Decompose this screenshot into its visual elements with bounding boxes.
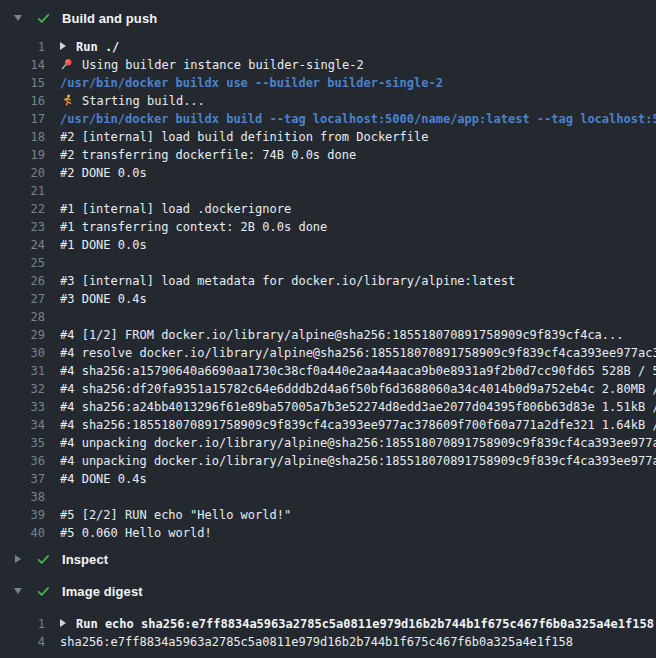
line-text: #4 resolve docker.io/library/alpine@sha2… xyxy=(60,346,656,360)
log-line[interactable]: 26 #3 [internal] load metadata for docke… xyxy=(0,272,656,290)
line-text: #1 transferring context: 2B 0.0s done xyxy=(60,220,327,234)
line-number[interactable]: 20 xyxy=(0,164,45,182)
log-line[interactable]: 35 #4 unpacking docker.io/library/alpine… xyxy=(0,434,656,452)
log-line[interactable]: 37 #4 DONE 0.4s xyxy=(0,470,656,488)
log-line[interactable]: 40 #5 0.060 Hello world! xyxy=(0,524,656,542)
log-line[interactable]: 4 sha256:e7ff8834a5963a2785c5a0811e979d1… xyxy=(0,633,656,651)
line-text: #4 unpacking docker.io/library/alpine@sh… xyxy=(60,454,656,468)
log-line[interactable]: 24 #1 DONE 0.0s xyxy=(0,236,656,254)
section-image-digest: Image digest 1 Run echo sha256:e7ff8834a… xyxy=(0,581,656,651)
line-text: Using builder instance builder-single-2 xyxy=(82,58,364,72)
line-number[interactable]: 36 xyxy=(0,452,45,470)
workflow-log-viewer: Build and push 1 Run ./ 14 Using builder… xyxy=(0,0,656,658)
section-title: Image digest xyxy=(62,584,143,599)
line-number[interactable]: 40 xyxy=(0,524,45,542)
log-line[interactable]: 18 #2 [internal] load build definition f… xyxy=(0,128,656,146)
chevron-down-icon xyxy=(14,15,22,21)
line-number[interactable]: 38 xyxy=(0,488,45,506)
section-inspect: Inspect xyxy=(0,549,656,569)
log-line[interactable]: 34 #4 sha256:185518070891758909c9f839cf4… xyxy=(0,416,656,434)
log-line[interactable]: 1 Run echo sha256:e7ff8834a5963a2785c5a0… xyxy=(0,615,656,633)
success-check-icon xyxy=(36,553,51,566)
log-sections: Build and push 1 Run ./ 14 Using builder… xyxy=(0,0,656,651)
line-text: #1 DONE 0.0s xyxy=(60,238,147,252)
line-number[interactable]: 26 xyxy=(0,272,45,290)
line-number[interactable]: 37 xyxy=(0,470,45,488)
line-number[interactable]: 15 xyxy=(0,74,45,92)
section-header-image-digest[interactable]: Image digest xyxy=(0,581,656,601)
log-line[interactable]: 22 #1 [internal] load .dockerignore xyxy=(0,200,656,218)
log-line[interactable]: 19 #2 transferring dockerfile: 74B 0.0s … xyxy=(0,146,656,164)
log-line[interactable]: 39 #5 [2/2] RUN echo "Hello world!" xyxy=(0,506,656,524)
log-line[interactable]: 28 xyxy=(0,308,656,326)
chevron-right-icon xyxy=(15,555,21,563)
log-line[interactable]: 15 /usr/bin/docker buildx use --builder … xyxy=(0,74,656,92)
line-number[interactable]: 39 xyxy=(0,506,45,524)
line-number[interactable]: 18 xyxy=(0,128,45,146)
line-number[interactable]: 1 xyxy=(0,615,45,633)
pushpin-icon xyxy=(60,58,74,70)
line-number[interactable]: 35 xyxy=(0,434,45,452)
log-line[interactable]: 27 #3 DONE 0.4s xyxy=(0,290,656,308)
expand-triangle-icon[interactable] xyxy=(60,619,66,627)
line-text: #1 [internal] load .dockerignore xyxy=(60,202,291,216)
line-text: #4 DONE 0.4s xyxy=(60,472,147,486)
log-line[interactable]: 33 #4 sha256:a24bb4013296f61e89ba57005a7… xyxy=(0,398,656,416)
log-lines: 1 Run echo sha256:e7ff8834a5963a2785c5a0… xyxy=(0,615,656,651)
line-number[interactable]: 24 xyxy=(0,236,45,254)
section-header-inspect[interactable]: Inspect xyxy=(0,549,656,569)
log-line[interactable]: 36 #4 unpacking docker.io/library/alpine… xyxy=(0,452,656,470)
line-text: #2 transferring dockerfile: 74B 0.0s don… xyxy=(60,148,356,162)
log-line[interactable]: 25 xyxy=(0,254,656,272)
line-number[interactable]: 23 xyxy=(0,218,45,236)
line-number[interactable]: 27 xyxy=(0,290,45,308)
line-number[interactable]: 25 xyxy=(0,254,45,272)
line-text: #3 DONE 0.4s xyxy=(60,292,147,306)
line-number[interactable]: 32 xyxy=(0,380,45,398)
section-build-and-push: Build and push 1 Run ./ 14 Using builder… xyxy=(0,0,656,542)
line-number[interactable]: 30 xyxy=(0,344,45,362)
log-line[interactable]: 38 xyxy=(0,488,656,506)
line-number[interactable]: 31 xyxy=(0,362,45,380)
line-number[interactable]: 4 xyxy=(0,633,45,651)
log-line[interactable]: 14 Using builder instance builder-single… xyxy=(0,56,656,74)
line-number[interactable]: 34 xyxy=(0,416,45,434)
line-text: #4 sha256:185518070891758909c9f839cf4ca3… xyxy=(60,418,656,432)
line-number[interactable]: 16 xyxy=(0,92,45,110)
line-text: Run ./ xyxy=(76,40,119,54)
line-number[interactable]: 22 xyxy=(0,200,45,218)
runner-icon xyxy=(60,94,74,106)
line-number[interactable]: 1 xyxy=(0,38,45,56)
log-line[interactable]: 31 #4 sha256:a15790640a6690aa1730c38cf0a… xyxy=(0,362,656,380)
line-text: sha256:e7ff8834a5963a2785c5a0811e979d16b… xyxy=(60,635,573,649)
line-number[interactable]: 29 xyxy=(0,326,45,344)
line-text: #4 sha256:df20fa9351a15782c64e6dddb2d4a6… xyxy=(60,382,656,396)
line-text: Starting build... xyxy=(82,94,205,108)
line-text: #2 [internal] load build definition from… xyxy=(60,130,428,144)
line-number[interactable]: 28 xyxy=(0,308,45,326)
line-number[interactable]: 17 xyxy=(0,110,45,128)
log-line[interactable]: 21 xyxy=(0,182,656,200)
section-header-build-and-push[interactable]: Build and push xyxy=(0,8,656,28)
line-text: #4 unpacking docker.io/library/alpine@sh… xyxy=(60,436,656,450)
log-line[interactable]: 29 #4 [1/2] FROM docker.io/library/alpin… xyxy=(0,326,656,344)
log-line[interactable]: 16 Starting build... xyxy=(0,92,656,110)
success-check-icon xyxy=(36,12,51,25)
line-number[interactable]: 21 xyxy=(0,182,45,200)
log-line[interactable]: 32 #4 sha256:df20fa9351a15782c64e6dddb2d… xyxy=(0,380,656,398)
line-number[interactable]: 33 xyxy=(0,398,45,416)
line-number[interactable]: 19 xyxy=(0,146,45,164)
log-line[interactable]: 20 #2 DONE 0.0s xyxy=(0,164,656,182)
section-title: Inspect xyxy=(62,552,108,567)
line-text: #4 [1/2] FROM docker.io/library/alpine@s… xyxy=(60,328,624,342)
log-lines: 1 Run ./ 14 Using builder instance build… xyxy=(0,38,656,542)
line-text: #4 sha256:a24bb4013296f61e89ba57005a7b3e… xyxy=(60,400,656,414)
log-line[interactable]: 30 #4 resolve docker.io/library/alpine@s… xyxy=(0,344,656,362)
log-line[interactable]: 17 /usr/bin/docker buildx build --tag lo… xyxy=(0,110,656,128)
log-line[interactable]: 23 #1 transferring context: 2B 0.0s done xyxy=(0,218,656,236)
line-text: #4 sha256:a15790640a6690aa1730c38cf0a440… xyxy=(60,364,656,378)
expand-triangle-icon[interactable] xyxy=(60,42,66,50)
line-text: #5 0.060 Hello world! xyxy=(60,526,212,540)
log-line[interactable]: 1 Run ./ xyxy=(0,38,656,56)
line-number[interactable]: 14 xyxy=(0,56,45,74)
